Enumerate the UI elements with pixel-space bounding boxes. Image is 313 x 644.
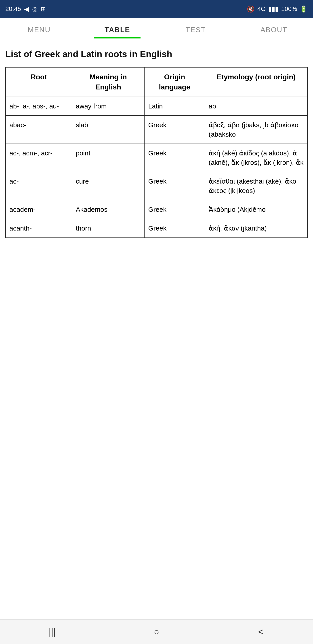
header-origin: Origin language <box>144 67 205 97</box>
signal-icon: ▮▮▮ <box>268 5 278 13</box>
cell-origin-1: Greek <box>144 116 205 144</box>
nav-item-table[interactable]: TABLE <box>78 20 156 38</box>
cell-root-3: ac- <box>5 172 72 200</box>
table-row: ac-, acm-, acr- point Greek ἀκή (aké) ἀκ… <box>5 144 308 172</box>
cell-meaning-2: point <box>72 144 144 172</box>
nav-item-test[interactable]: TEST <box>157 20 235 38</box>
shazam-icon: ◎ <box>32 5 37 13</box>
cell-root-1: abac- <box>5 116 72 144</box>
table-row: ac- cure Greek ἀκεῖσθαι (akesthai (aké),… <box>5 172 308 200</box>
cell-root-4: academ- <box>5 200 72 219</box>
status-time: 20:45 <box>5 5 21 12</box>
header-meaning: Meaning in English <box>72 67 144 97</box>
qr-icon: ⊞ <box>41 5 46 13</box>
table-header-row: Root Meaning in English Origin language … <box>5 67 308 97</box>
table-row: abac- slab Greek ἄβαξ, ἄβα (jbaks, jb ἀβ… <box>5 116 308 144</box>
cell-root-2: ac-, acm-, acr- <box>5 144 72 172</box>
cell-meaning-0: away from <box>72 97 144 116</box>
network-icon: 4G <box>257 5 266 12</box>
mute-icon: 🔇 <box>247 5 255 13</box>
nav-bar: MENU TABLE TEST ABOUT <box>0 18 313 40</box>
page-title: List of Greek and Latin roots in English <box>5 48 308 60</box>
cell-origin-4: Greek <box>144 200 205 219</box>
page-content: List of Greek and Latin roots in English… <box>0 40 313 269</box>
table-row: ab-, a-, abs-, au- away from Latin ab <box>5 97 308 116</box>
cell-etymology-1: ἄβαξ, ἄβα (jbaks, jb ἀβακίσκο (abaksko <box>205 116 308 144</box>
location-icon: ◀ <box>24 5 29 13</box>
cell-meaning-4: Akademos <box>72 200 144 219</box>
cell-etymology-3: ἀκεῖσθαι (akesthai (aké), ἄκο ἄκεος (jk … <box>205 172 308 200</box>
cell-etymology-4: Ἀκάδημο (Akjdēmo <box>205 200 308 219</box>
roots-table: Root Meaning in English Origin language … <box>5 67 308 238</box>
cell-root-0: ab-, a-, abs-, au- <box>5 97 72 116</box>
cell-etymology-2: ἀκή (aké) ἀκίδος (a akdos), ἀ (aknē), ἄκ… <box>205 144 308 172</box>
cell-origin-5: Greek <box>144 219 205 238</box>
cell-meaning-1: slab <box>72 116 144 144</box>
nav-item-about[interactable]: ABOUT <box>235 20 313 38</box>
battery-label: 100% <box>281 5 297 12</box>
cell-etymology-5: ἀκή, ἄκαν (jkantha) <box>205 219 308 238</box>
cell-root-5: acanth- <box>5 219 72 238</box>
cell-origin-0: Latin <box>144 97 205 116</box>
header-root: Root <box>5 67 72 97</box>
cell-meaning-3: cure <box>72 172 144 200</box>
cell-meaning-5: thorn <box>72 219 144 238</box>
header-etymology: Etymology (root origin) <box>205 67 308 97</box>
cell-origin-3: Greek <box>144 172 205 200</box>
status-right: 🔇 4G ▮▮▮ 100% 🔋 <box>247 5 308 13</box>
status-left: 20:45 ◀ ◎ ⊞ <box>5 5 46 13</box>
battery-icon: 🔋 <box>300 5 308 13</box>
table-row: academ- Akademos Greek Ἀκάδημο (Akjdēmo <box>5 200 308 219</box>
table-row: acanth- thorn Greek ἀκή, ἄκαν (jkantha) <box>5 219 308 238</box>
table-body: ab-, a-, abs-, au- away from Latin ab ab… <box>5 97 308 238</box>
cell-etymology-0: ab <box>205 97 308 116</box>
nav-item-menu[interactable]: MENU <box>0 20 78 38</box>
status-bar: 20:45 ◀ ◎ ⊞ 🔇 4G ▮▮▮ 100% 🔋 <box>0 0 313 18</box>
cell-origin-2: Greek <box>144 144 205 172</box>
